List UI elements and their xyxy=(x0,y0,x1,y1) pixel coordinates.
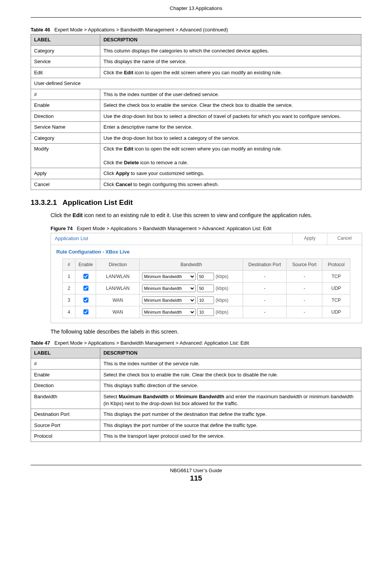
table-row-label: Category xyxy=(31,45,100,56)
table-row: Source PortThis displays the port number… xyxy=(31,420,361,431)
rule-row-dport: - xyxy=(243,306,286,318)
table-row: #This is the index number of the user-de… xyxy=(31,89,361,100)
rule-row-dport: - xyxy=(243,270,286,282)
rule-row: 1LAN/WLANMinimum Bandwidth(kbps)--TCP xyxy=(63,270,350,282)
col-sport: Source Port xyxy=(287,258,322,270)
table46-caption: Table 46 Expert Mode > Applications > Ba… xyxy=(31,27,361,33)
table-row: DirectionUse the drop-down list box to s… xyxy=(31,111,361,122)
rule-row-bandwidth-cell: Minimum Bandwidth(kbps) xyxy=(140,294,243,306)
table-row-desc: This is the transport layer protocol use… xyxy=(100,431,361,442)
table-row-label: Apply xyxy=(31,168,100,179)
rule-row-direction: LAN/WLAN xyxy=(96,282,140,294)
footer-rule xyxy=(31,465,361,465)
bandwidth-select[interactable]: Minimum Bandwidth xyxy=(142,285,196,292)
rule-row-direction: WAN xyxy=(96,294,140,306)
rule-row: 2LAN/WLANMinimum Bandwidth(kbps)--UDP xyxy=(63,282,350,294)
table-row: User-defined Service xyxy=(31,78,361,89)
rule-row: 4WANMinimum Bandwidth(kbps)--UDP xyxy=(63,306,350,318)
table-row-label: Category xyxy=(31,132,100,144)
table-row: BandwidthSelect Maximum Bandwidth or Min… xyxy=(31,391,361,409)
table-row-desc: This displays traffic direction of the s… xyxy=(100,380,361,391)
section-heading: 13.3.2.1 Application List Edit xyxy=(31,198,361,207)
table47-caption-text: Expert Mode > Applications > Bandwidth M… xyxy=(54,340,249,346)
table-row-desc: Use the drop-down list box to select a c… xyxy=(100,132,361,144)
table46-head-label: LABEL xyxy=(31,34,100,46)
table-row-desc: This column displays the categories to w… xyxy=(100,45,361,56)
table46-head-desc: DESCRIPTION xyxy=(100,34,361,46)
rule-row-dport: - xyxy=(243,294,286,306)
table-row-desc: This displays the port number of the sou… xyxy=(100,420,361,431)
table-row: EnableSelect the check box to enable the… xyxy=(31,100,361,111)
table-row-label: Enable xyxy=(31,100,100,111)
figure74-caption-text: Expert Mode > Applications > Bandwidth M… xyxy=(77,226,271,231)
rule-enable-checkbox[interactable] xyxy=(83,298,88,303)
cancel-button[interactable]: Cancel xyxy=(327,233,362,245)
figure74-caption: Figure 74 Expert Mode > Applications > B… xyxy=(51,226,361,231)
table-row-desc: This is the index number of the user-def… xyxy=(100,89,361,100)
bandwidth-value-input[interactable] xyxy=(197,296,214,304)
figure74-caption-prefix: Figure 74 xyxy=(51,226,73,231)
header-rule xyxy=(31,17,361,18)
rule-row-enable-cell xyxy=(75,282,96,294)
rule-row-sport: - xyxy=(287,270,322,282)
table-row: ModifyClick the Edit icon to open the ed… xyxy=(31,144,361,168)
table-row: DirectionThis displays traffic direction… xyxy=(31,380,361,391)
table-row-desc: Use the drop-down list box to select a d… xyxy=(100,111,361,122)
bandwidth-select[interactable]: Minimum Bandwidth xyxy=(142,273,196,280)
rule-row-sport: - xyxy=(287,282,322,294)
rule-enable-checkbox[interactable] xyxy=(83,286,88,291)
table-row-desc: This displays the name of the service. xyxy=(100,56,361,67)
table-row-label: Destination Port xyxy=(31,409,100,420)
table46-caption-text: Expert Mode > Applications > Bandwidth M… xyxy=(54,27,228,33)
table-row-desc: Click Apply to save your customized sett… xyxy=(100,168,361,179)
bandwidth-select[interactable]: Minimum Bandwidth xyxy=(142,308,196,316)
table-row-label: Source Port xyxy=(31,420,100,431)
table-row-label: Bandwidth xyxy=(31,391,100,409)
table-row-label: Service Name xyxy=(31,122,100,133)
rule-enable-checkbox[interactable] xyxy=(83,274,88,279)
table46: LABEL DESCRIPTION CategoryThis column di… xyxy=(31,34,361,190)
col-idx: # xyxy=(63,258,75,270)
bandwidth-value-input[interactable] xyxy=(197,308,214,316)
rule-row-idx: 4 xyxy=(63,306,75,318)
bandwidth-select[interactable]: Minimum Bandwidth xyxy=(142,296,196,304)
table-row-label: # xyxy=(31,89,100,100)
section-p2: The following table describes the labels… xyxy=(51,328,361,335)
kbps-label: (kbps) xyxy=(216,298,228,303)
table47-head-label: LABEL xyxy=(31,347,100,358)
table-row: CategoryUse the drop-down list box to se… xyxy=(31,132,361,144)
table-row-label: Modify xyxy=(31,144,100,168)
table-row-desc: Select the check box to enable the rule.… xyxy=(100,369,361,380)
table-row: EnableSelect the check box to enable the… xyxy=(31,369,361,380)
table-row-desc: Click Cancel to begin configuring this s… xyxy=(100,179,361,190)
rule-row-proto: UDP xyxy=(322,282,350,294)
bandwidth-value-input[interactable] xyxy=(197,273,214,280)
table-row: #This is the index number of the service… xyxy=(31,358,361,370)
table-row-label: Cancel xyxy=(31,179,100,190)
rule-row-bandwidth-cell: Minimum Bandwidth(kbps) xyxy=(140,306,243,318)
apply-button[interactable]: Apply xyxy=(292,233,327,245)
figure-topbar: Application List Apply Cancel xyxy=(51,233,362,245)
table-row-desc: Select the check box to enable the servi… xyxy=(100,100,361,111)
rule-row-enable-cell xyxy=(75,294,96,306)
table-row: ApplyClick Apply to save your customized… xyxy=(31,168,361,179)
table-row-label: Enable xyxy=(31,369,100,380)
rule-row-proto: TCP xyxy=(322,294,350,306)
rule-row-bandwidth-cell: Minimum Bandwidth(kbps) xyxy=(140,282,243,294)
rule-row-enable-cell xyxy=(75,306,96,318)
table47-caption-prefix: Table 47 xyxy=(31,340,50,346)
bandwidth-value-input[interactable] xyxy=(197,285,214,292)
table-row-label: # xyxy=(31,358,100,370)
kbps-label: (kbps) xyxy=(216,286,228,291)
page-footer: NBG6617 User’s Guide 115 xyxy=(31,465,361,482)
application-list-tab[interactable]: Application List xyxy=(51,233,292,245)
rule-config-grid: # Enable Direction Bandwidth Destination… xyxy=(62,258,350,318)
col-direction: Direction xyxy=(96,258,140,270)
section-p1: Click the Edit icon next to an existing … xyxy=(51,211,361,219)
rule-row-sport: - xyxy=(287,294,322,306)
table-row: EditClick the Edit icon to open the edit… xyxy=(31,67,361,78)
rule-enable-checkbox[interactable] xyxy=(83,309,88,314)
rule-row-idx: 2 xyxy=(63,282,75,294)
rule-row-enable-cell xyxy=(75,270,96,282)
table-row-desc: Enter a descriptive name for the service… xyxy=(100,122,361,133)
